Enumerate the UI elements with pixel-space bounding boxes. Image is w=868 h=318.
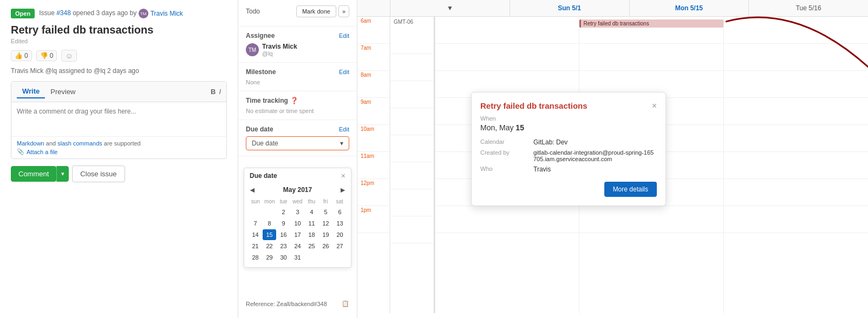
cal-day[interactable]: 28 — [249, 252, 262, 263]
cal-day[interactable]: 14 — [249, 229, 262, 240]
thumbs-down-button[interactable]: 👎 0 — [36, 50, 57, 61]
time-label: 12pm — [361, 180, 374, 186]
issue-title: Retry failed db transactions — [11, 24, 227, 36]
action-buttons: Comment ▾ Close issue — [11, 165, 227, 182]
close-issue-button[interactable]: Close issue — [72, 165, 125, 182]
cal-day[interactable]: 10 — [291, 218, 304, 229]
author-avatar: TM — [139, 9, 148, 18]
milestone-header: Milestone Edit — [246, 68, 349, 76]
cal-slot — [390, 216, 434, 243]
cal-day[interactable]: 23 — [277, 241, 290, 251]
issue-number-link[interactable]: #348 — [56, 9, 71, 17]
time-slot-11am: 11am — [357, 152, 389, 179]
event-detail-grid: Calendar GitLab: Dev Created by gitlab-c… — [480, 138, 657, 173]
cal-day[interactable]: 22 — [263, 241, 276, 251]
event-detail-footer: More details — [480, 182, 657, 197]
event-detail-when-value: Mon, May 15 — [480, 123, 657, 132]
chevron-down-icon: ▾ — [340, 140, 343, 147]
due-date-edit-link[interactable]: Edit — [339, 126, 349, 132]
help-icon[interactable]: ❓ — [290, 97, 298, 104]
tab-group: Write Preview — [17, 85, 81, 98]
time-label: 11am — [361, 153, 374, 159]
milestone-title: Milestone — [246, 68, 276, 76]
cal-day[interactable]: 6 — [333, 207, 347, 217]
author-link[interactable]: Travis Mick — [151, 10, 183, 17]
time-tracking-title: Time tracking — [246, 97, 288, 104]
cal-day[interactable]: 16 — [277, 229, 290, 240]
copy-icon[interactable]: 📋 — [342, 300, 349, 307]
cal-day[interactable]: 4 — [305, 207, 318, 217]
next-month-button[interactable]: ► — [339, 186, 347, 194]
event-detail-close-button[interactable]: × — [652, 101, 657, 111]
cal-day[interactable]: 24 — [291, 241, 304, 251]
event-detail-title: Retry failed db transactions — [480, 101, 588, 110]
cal-day[interactable]: 20 — [333, 229, 347, 240]
attach-file-link[interactable]: Attach a file — [27, 149, 57, 155]
cal-day[interactable]: 21 — [249, 241, 262, 251]
cal-col-header-tue: Tue 5/16 — [748, 0, 868, 16]
cal-day[interactable]: 13 — [333, 218, 347, 229]
cal-slot — [390, 27, 434, 54]
mark-done-button[interactable]: Mark done — [296, 5, 336, 17]
sidebar-time-tracking-section: Time tracking ❓ No estimate or time spen… — [238, 91, 357, 120]
cal-day-empty — [305, 252, 318, 263]
cal-day[interactable]: 29 — [263, 252, 276, 263]
italic-icon[interactable]: I — [219, 88, 221, 96]
cal-day[interactable]: 8 — [263, 218, 276, 229]
cal-day[interactable]: 5 — [319, 207, 332, 217]
calendar-popup-title: Due date — [250, 172, 277, 180]
cal-day-today[interactable]: 15 — [263, 229, 276, 240]
add-reaction-button[interactable]: ☺ — [61, 50, 76, 62]
due-date-dropdown[interactable]: Due date ▾ — [246, 136, 349, 150]
calendar-close-icon[interactable]: × — [341, 171, 345, 180]
prev-month-button[interactable]: ◄ — [249, 186, 256, 194]
sidebar-assignee-section: Assignee Edit TM Travis Mick @lq — [238, 27, 357, 63]
cal-day[interactable]: 30 — [277, 252, 290, 263]
cal-day[interactable]: 11 — [305, 218, 318, 229]
bold-icon[interactable]: B — [211, 88, 216, 96]
cal-day[interactable]: 9 — [277, 218, 290, 229]
cal-day[interactable]: 26 — [319, 241, 332, 251]
cal-day[interactable]: 2 — [277, 207, 290, 217]
cal-day[interactable]: 17 — [291, 229, 304, 240]
tab-write[interactable]: Write — [17, 85, 45, 98]
cal-slot — [724, 98, 868, 125]
event-bar[interactable]: Retry failed db transactions — [579, 19, 723, 28]
todo-chevron-button[interactable]: » — [338, 5, 349, 17]
reactions-row: 👍 0 👎 0 ☺ — [11, 50, 227, 62]
cal-day[interactable]: 3 — [291, 207, 304, 217]
cal-day[interactable]: 25 — [305, 241, 318, 251]
timezone-label: GMT-06 — [390, 17, 434, 27]
cal-day[interactable]: 19 — [319, 229, 332, 240]
event-detail-header: Retry failed db transactions × — [480, 101, 657, 111]
markdown-link[interactable]: Markdown — [17, 140, 44, 147]
calendar-month-year: May 2017 — [283, 186, 312, 194]
milestone-edit-link[interactable]: Edit — [339, 69, 349, 75]
calendar-title-row: Due date × — [244, 168, 351, 183]
cal-slot — [724, 125, 868, 152]
comment-textarea[interactable] — [11, 102, 226, 135]
assignee-details: Travis Mick @lq — [262, 43, 297, 57]
cal-view-times: 6am 7am 8am 9am 10am 11am 12pm 1pm — [357, 17, 390, 313]
cal-day[interactable]: 31 — [291, 252, 304, 263]
more-details-button[interactable]: More details — [604, 182, 657, 197]
cal-day[interactable]: 18 — [305, 229, 318, 240]
sun-date-label: Sun 5/1 — [558, 4, 581, 12]
time-label: 8am — [361, 72, 371, 78]
comment-button[interactable]: Comment — [11, 166, 56, 182]
thumbs-up-button[interactable]: 👍 0 — [11, 50, 32, 61]
time-col-header — [357, 0, 390, 16]
issue-header: Open Issue #348 opened 3 days ago by TM … — [11, 9, 227, 18]
tab-preview[interactable]: Preview — [45, 85, 81, 98]
cal-day[interactable]: 12 — [319, 218, 332, 229]
comment-split-button[interactable]: ▾ — [56, 166, 69, 182]
calendar-days: 2 3 4 5 6 7 8 9 10 11 12 13 14 15 16 17 … — [249, 207, 347, 263]
assignee-avatar: TM — [246, 43, 259, 56]
time-tracking-value: No estimate or time spent — [246, 108, 349, 114]
cal-day-empty — [263, 207, 276, 217]
cal-day[interactable]: 27 — [333, 241, 347, 251]
slash-commands-link[interactable]: slash commands — [57, 140, 102, 147]
assignee-edit-link[interactable]: Edit — [339, 32, 349, 39]
cal-day[interactable]: 7 — [249, 218, 262, 229]
sidebar-panel: Todo Mark done » Assignee Edit TM Travis… — [238, 0, 357, 318]
